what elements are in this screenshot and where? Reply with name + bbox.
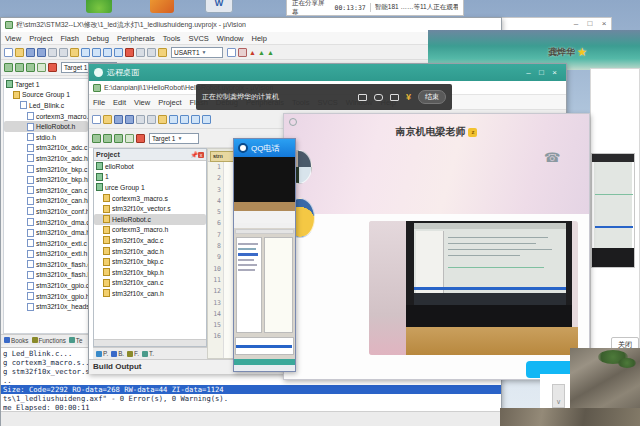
- word-desktop-icon[interactable]: W: [205, 0, 233, 13]
- tree-item[interactable]: stm32f10x_dma.h: [4, 227, 88, 238]
- tree-item[interactable]: stm32f10x_adc.h: [94, 246, 206, 257]
- tree-item[interactable]: stm32f10x_bkp.h: [94, 267, 206, 278]
- save-icon[interactable]: [26, 48, 35, 57]
- tree-item[interactable]: cortexm3_macro.h: [4, 111, 88, 122]
- menu-item[interactable]: Peripherals: [113, 34, 159, 43]
- redo-icon[interactable]: [180, 115, 189, 124]
- tree-item[interactable]: stm32f10x_adc.h: [4, 153, 88, 164]
- fullscreen-icon[interactable]: [358, 94, 367, 101]
- back-icon[interactable]: [191, 115, 200, 124]
- video-thumbnail[interactable]: [591, 153, 635, 268]
- tree-item[interactable]: stm32f10x_can.h: [4, 196, 88, 207]
- phone-call-icon[interactable]: ☎: [544, 150, 560, 165]
- translate-icon[interactable]: [92, 134, 101, 143]
- tree-item[interactable]: stm32f10x_heads.h: [4, 301, 88, 312]
- tree-item[interactable]: HelloRobot.h: [4, 121, 88, 132]
- window-mode-icon[interactable]: [390, 94, 399, 101]
- tree-item[interactable]: 1: [94, 172, 206, 183]
- bookmark-icon[interactable]: [125, 48, 134, 57]
- vip-icon[interactable]: ¥: [406, 92, 411, 102]
- tab-templates[interactable]: Te: [69, 337, 83, 344]
- usart-select[interactable]: USART1▼: [171, 47, 223, 58]
- screen-share-preview[interactable]: [234, 223, 295, 371]
- menu-item[interactable]: View: [130, 98, 154, 107]
- panel-hscrollbar[interactable]: [94, 339, 206, 346]
- tree-item[interactable]: stm32f10x_flash.h: [4, 270, 88, 281]
- desktop-icon[interactable]: [86, 0, 112, 13]
- build-output-line[interactable]: ts\1_ledliushuideng.axf" - 0 Error(s), 0…: [1, 394, 501, 403]
- tree-item[interactable]: urce Group 1: [94, 182, 206, 193]
- load-icon[interactable]: [48, 63, 57, 72]
- maximize-icon[interactable]: □: [535, 68, 548, 77]
- menu-item[interactable]: Flash: [56, 34, 82, 43]
- tab-books[interactable]: Books: [4, 337, 29, 344]
- rebuild-icon[interactable]: [114, 134, 123, 143]
- minimize-icon[interactable]: –: [569, 18, 583, 30]
- tree-item[interactable]: Led_Blink.c: [4, 100, 88, 111]
- undo-icon[interactable]: [81, 48, 90, 57]
- forward-icon[interactable]: [202, 115, 211, 124]
- paste-icon[interactable]: [158, 115, 167, 124]
- download-icon[interactable]: [37, 63, 46, 72]
- tree-item[interactable]: Target 1: [4, 79, 88, 90]
- target-select[interactable]: Target 1▼: [149, 133, 199, 144]
- tree-item[interactable]: stm32f10x_exti.c: [4, 238, 88, 249]
- tree-item[interactable]: cortexm3_macro.h: [94, 225, 206, 236]
- copy-icon[interactable]: [147, 115, 156, 124]
- save-all-icon[interactable]: [125, 115, 134, 124]
- build-icon[interactable]: [103, 134, 112, 143]
- menu-item[interactable]: Project: [154, 98, 185, 107]
- minimize-icon[interactable]: –: [522, 68, 535, 77]
- new-file-icon[interactable]: [92, 115, 101, 124]
- tree-item[interactable]: stm32f10x_can.h: [94, 288, 206, 299]
- qq-call-titlebar[interactable]: QQ电话: [234, 139, 295, 157]
- tree-item[interactable]: stm32f10x_gpio.h: [4, 291, 88, 302]
- close-icon[interactable]: ×: [597, 18, 611, 30]
- cut-icon[interactable]: [48, 48, 57, 57]
- help-search-icon[interactable]: [238, 48, 247, 57]
- outdent-icon[interactable]: [147, 48, 156, 57]
- menu-item[interactable]: Help: [248, 34, 271, 43]
- menu-item[interactable]: Debug: [83, 34, 113, 43]
- properties-icon[interactable]: [227, 48, 236, 57]
- maximize-icon[interactable]: □: [583, 18, 597, 30]
- tree-item[interactable]: stm32f10x_bkp.c: [94, 256, 206, 267]
- translate-icon[interactable]: [4, 63, 13, 72]
- tab-project[interactable]: P.: [96, 350, 108, 357]
- desktop-icon[interactable]: [150, 0, 174, 13]
- tree-item[interactable]: stm32f10x_bkp.c: [4, 164, 88, 175]
- save-all-icon[interactable]: [37, 48, 46, 57]
- undo-icon[interactable]: [169, 115, 178, 124]
- tree-item[interactable]: stm32f10x_vector.s: [94, 203, 206, 214]
- end-control-button[interactable]: 结束: [418, 90, 446, 104]
- search-icon[interactable]: [289, 118, 297, 126]
- menu-item[interactable]: View: [1, 34, 25, 43]
- speaker-icon[interactable]: [374, 94, 383, 101]
- cut-icon[interactable]: [136, 115, 145, 124]
- camera-video-feed[interactable]: [369, 221, 578, 355]
- scrollbar[interactable]: ∨: [552, 384, 565, 408]
- uvision-local-titlebar[interactable]: 程\stm32\STM32--LX\修改\1_led流水灯\1_ledliush…: [1, 18, 501, 32]
- tree-item[interactable]: HelloRobot.c: [94, 214, 206, 225]
- close-panel-icon[interactable]: x: [198, 152, 204, 158]
- indent-icon[interactable]: [136, 48, 145, 57]
- copy-icon[interactable]: [59, 48, 68, 57]
- tree-item[interactable]: stm32f10x_dma.c: [4, 217, 88, 228]
- tree-item[interactable]: stm32f10x_adc.c: [4, 143, 88, 154]
- tab-books[interactable]: B.: [111, 350, 124, 357]
- step-icon[interactable]: ▲: [267, 49, 274, 56]
- menu-item[interactable]: Project: [25, 34, 56, 43]
- tree-item[interactable]: elloRobot: [94, 161, 206, 172]
- back-icon[interactable]: [103, 48, 112, 57]
- tree-item[interactable]: stm32f10x_conf.h: [4, 206, 88, 217]
- tree-item[interactable]: stm32f10x_flash.c: [4, 259, 88, 270]
- comment-icon[interactable]: [158, 48, 167, 57]
- tree-item[interactable]: stm32f10x_exti.h: [4, 249, 88, 260]
- load-icon[interactable]: [136, 134, 145, 143]
- run-icon[interactable]: ▲: [258, 49, 265, 56]
- rebuild-icon[interactable]: [26, 63, 35, 72]
- forward-icon[interactable]: [114, 48, 123, 57]
- paste-icon[interactable]: [70, 48, 79, 57]
- tree-item[interactable]: stm32f10x_can.c: [4, 185, 88, 196]
- tab-functions[interactable]: F.: [127, 350, 139, 357]
